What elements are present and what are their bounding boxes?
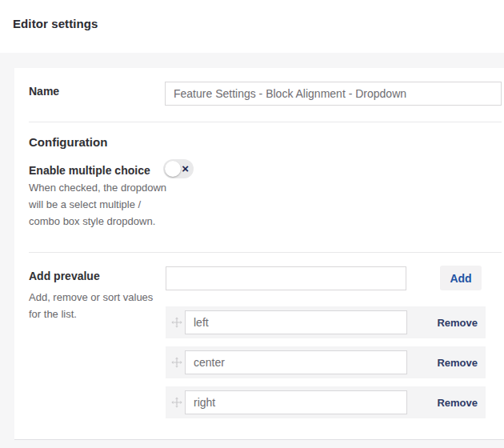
enable-multiple-choice-description: When checked, the dropdown will be a sel…: [29, 179, 168, 230]
add-prevalue-label: Add prevalue: [29, 270, 100, 282]
prevalue-row: Remove: [166, 386, 486, 418]
remove-button[interactable]: Remove: [437, 317, 478, 329]
drag-handle-icon[interactable]: [171, 357, 182, 368]
enable-multiple-choice-label: Enable multiple choice: [29, 164, 150, 177]
remove-button[interactable]: Remove: [437, 357, 478, 369]
add-prevalue-description: Add, remove or sort values for the list.: [29, 289, 168, 322]
name-label: Name: [29, 85, 59, 98]
editor-settings-content: Name Configuration Enable multiple choic…: [0, 53, 504, 448]
drag-handle-icon[interactable]: [171, 397, 182, 408]
name-input[interactable]: [165, 82, 502, 106]
add-prevalue-input[interactable]: [166, 266, 406, 290]
drag-handle-icon[interactable]: [171, 317, 182, 328]
section-divider: [29, 252, 502, 253]
add-button[interactable]: Add: [440, 266, 482, 290]
prevalue-input[interactable]: [185, 310, 407, 334]
enable-multiple-choice-toggle[interactable]: ×: [163, 159, 194, 178]
prevalue-row: Remove: [166, 306, 486, 338]
configuration-heading: Configuration: [29, 135, 107, 149]
prevalue-row: Remove: [166, 346, 486, 378]
editor-settings-panel: Name Configuration Enable multiple choic…: [14, 68, 504, 440]
page-title: Editor settings: [13, 17, 98, 30]
prevalue-input[interactable]: [185, 390, 407, 414]
prevalue-input[interactable]: [185, 350, 407, 374]
toggle-off-x-icon: ×: [182, 162, 189, 174]
section-divider: [29, 122, 502, 122]
remove-button[interactable]: Remove: [437, 397, 478, 409]
toggle-knob: [165, 161, 181, 177]
